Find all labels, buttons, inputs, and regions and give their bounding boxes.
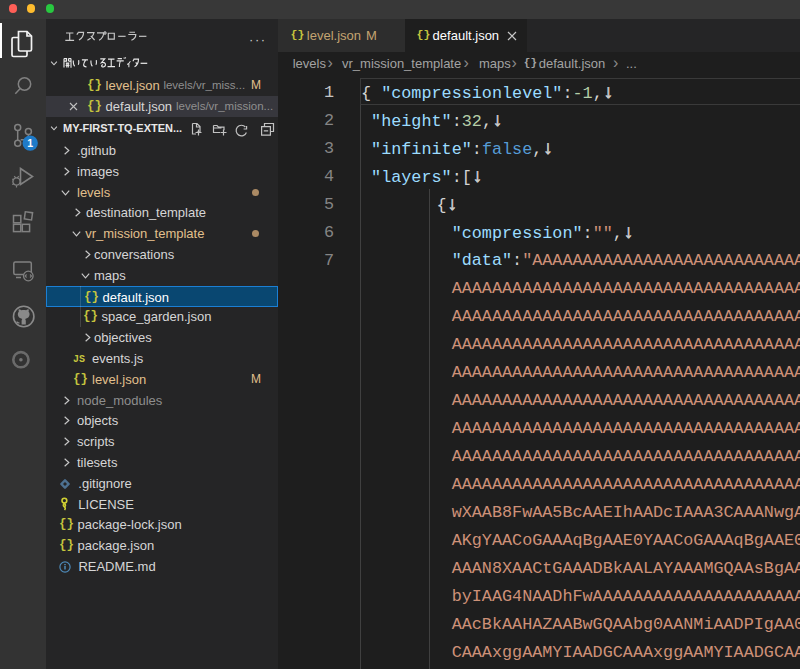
svg-text:1: 1 bbox=[27, 137, 33, 149]
